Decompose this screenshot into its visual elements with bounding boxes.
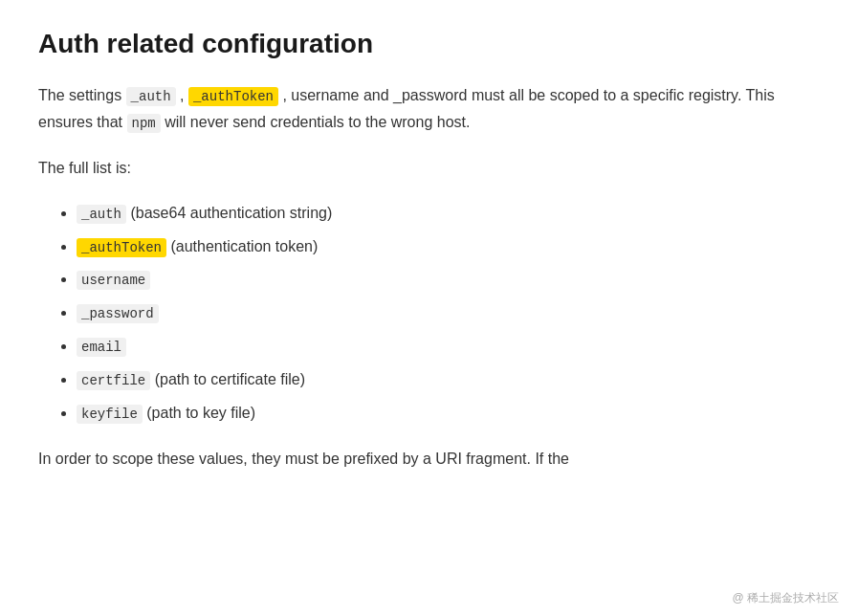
list-item: _auth (base64 authentication string) [77,200,820,228]
text-after-npm: will never send credentials to the wrong… [161,114,471,130]
list-code-5: certfile [77,371,150,390]
watermark: @ 稀土掘金技术社区 [732,590,839,606]
list-code-0: _auth [77,205,126,224]
list-code-4: email [77,338,126,357]
list-item: certfile (path to certificate file) [77,366,820,394]
code-npm: npm [127,114,161,133]
comma2: , [278,87,287,103]
list-code-3: _password [77,304,159,323]
list-item: keyfile (path to key file) [77,400,820,428]
list-desc-6: (path to key file) [143,405,255,421]
page-title: Auth related configuration [38,29,820,59]
list-desc-0: (base64 authentication string) [126,205,332,221]
text-and: and [359,87,388,103]
settings-list: _auth (base64 authentication string)_aut… [77,200,820,428]
footer-paragraph: In order to scope these values, they mus… [38,446,820,472]
list-item: email [77,333,820,361]
list-item: _password [77,299,820,327]
list-item: username [77,266,820,294]
list-desc-1: (authentication token) [166,238,318,254]
full-list-label: The full list is: [38,155,820,181]
list-item: _authToken (authentication token) [77,233,820,261]
list-desc-5: (path to certificate file) [150,371,305,387]
list-code-1: _authToken [77,238,166,257]
list-code-6: keyfile [77,405,143,424]
list-code-2: username [77,271,150,290]
comma1: , [176,87,185,103]
text-username: username [287,87,360,103]
text-before-auth: The settings [38,87,126,103]
text-password: _password [389,87,468,103]
code-auth: _auth [126,87,176,106]
intro-paragraph: The settings _auth , _authToken , userna… [38,82,820,136]
code-authtoken: _authToken [188,87,278,106]
